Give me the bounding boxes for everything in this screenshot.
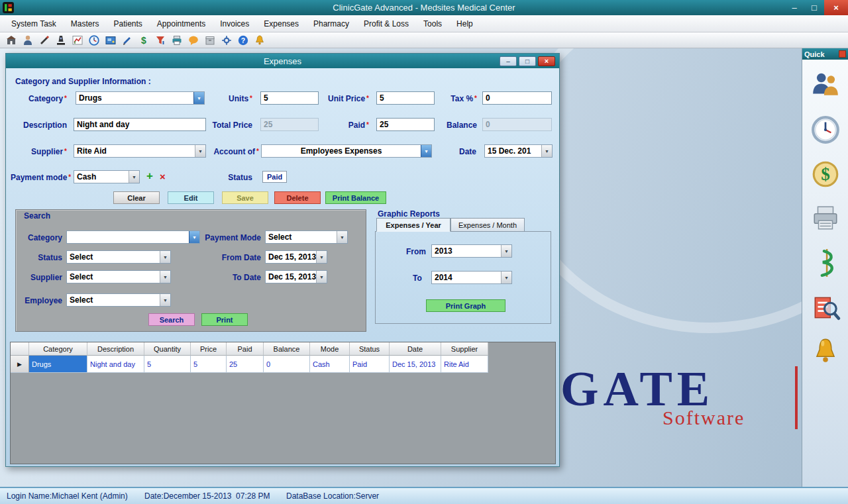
description-input[interactable] bbox=[74, 118, 206, 131]
graph-from-year-select[interactable]: 2013▼ bbox=[431, 244, 512, 258]
category-select[interactable]: Drugs▼ bbox=[76, 91, 205, 105]
archive-icon[interactable] bbox=[204, 34, 216, 46]
row-selector[interactable]: ▶ bbox=[11, 356, 29, 373]
menu-tools[interactable]: Tools bbox=[416, 17, 449, 31]
cell-description[interactable]: Night and day bbox=[87, 356, 144, 373]
paid-input[interactable] bbox=[376, 118, 435, 131]
pharmacy-icon[interactable] bbox=[810, 248, 841, 278]
payments-icon[interactable]: $ bbox=[810, 159, 841, 189]
expenses-titlebar[interactable]: Expenses – □ × bbox=[6, 54, 559, 68]
tab-expenses-month[interactable]: Expenses / Month bbox=[450, 218, 525, 232]
grid-col-description[interactable]: Description bbox=[87, 342, 144, 356]
menu-expenses[interactable]: Expenses bbox=[256, 17, 306, 31]
grid-col-mode[interactable]: Mode bbox=[310, 342, 350, 356]
menu-help[interactable]: Help bbox=[449, 17, 480, 31]
payment-mode-select[interactable]: Cash▼ bbox=[74, 170, 140, 183]
units-input[interactable] bbox=[260, 91, 319, 105]
search-status-select[interactable]: Select▼ bbox=[66, 250, 171, 264]
clock-icon[interactable] bbox=[88, 34, 100, 46]
grid-col-quantity[interactable]: Quantity bbox=[144, 342, 191, 356]
search-supplier-select[interactable]: Select▼ bbox=[66, 270, 171, 283]
search-payment-mode-label: Payment Mode bbox=[197, 232, 261, 243]
clear-button[interactable]: Clear bbox=[113, 191, 160, 204]
grid-col-category[interactable]: Category bbox=[29, 342, 87, 356]
tax-input[interactable] bbox=[482, 91, 552, 105]
expenses-minimize-button[interactable]: – bbox=[500, 56, 517, 66]
clinic-icon[interactable] bbox=[5, 34, 17, 46]
search-print-button[interactable]: Print bbox=[201, 313, 248, 326]
prescription-icon[interactable] bbox=[38, 34, 50, 46]
account-of-select[interactable]: Employees Expenses▼ bbox=[261, 144, 432, 158]
print-icon[interactable] bbox=[171, 34, 183, 46]
cell-quantity[interactable]: 5 bbox=[144, 356, 191, 373]
save-button[interactable]: Save bbox=[222, 191, 268, 204]
billing-icon[interactable]: $ bbox=[138, 34, 150, 46]
date-select[interactable]: 15 Dec. 201▼ bbox=[484, 144, 553, 158]
graph-to-year-select[interactable]: 2014▼ bbox=[431, 271, 512, 284]
reports-search-icon[interactable] bbox=[810, 292, 841, 323]
grid-col-price[interactable]: Price bbox=[191, 342, 227, 356]
cell-category[interactable]: Drugs bbox=[29, 356, 87, 373]
cell-price[interactable]: 5 bbox=[191, 356, 227, 373]
add-payment-mode-icon[interactable]: + bbox=[146, 171, 153, 181]
search-button[interactable]: Search bbox=[148, 313, 195, 326]
patient-icon[interactable] bbox=[22, 34, 34, 46]
minimize-button[interactable]: – bbox=[784, 0, 804, 15]
edit-button[interactable]: Edit bbox=[168, 191, 214, 204]
search-employee-select[interactable]: Select▼ bbox=[66, 293, 171, 307]
delete-button[interactable]: Delete bbox=[274, 191, 321, 204]
staff-icon[interactable] bbox=[810, 70, 841, 101]
section-title: Category and Supplier Information : bbox=[15, 77, 151, 86]
grid-col-date[interactable]: Date bbox=[390, 342, 441, 356]
search-category-select[interactable]: ▼ bbox=[66, 230, 200, 244]
supplier-select[interactable]: Rite Aid▼ bbox=[74, 144, 206, 158]
cell-balance[interactable]: 0 bbox=[264, 356, 310, 373]
settings-icon[interactable] bbox=[221, 34, 233, 46]
search-payment-mode-select[interactable]: Select▼ bbox=[265, 230, 348, 244]
chat-icon[interactable] bbox=[187, 34, 199, 46]
search-from-date-select[interactable]: Dec 15, 2013▼ bbox=[265, 250, 327, 264]
menu-masters[interactable]: Masters bbox=[64, 17, 107, 31]
svg-text:?: ? bbox=[241, 36, 245, 44]
quick-panel-pin-button[interactable] bbox=[839, 50, 846, 58]
notifications-bell-icon[interactable] bbox=[810, 336, 841, 367]
menu-patients[interactable]: Patients bbox=[107, 17, 150, 31]
map-icon[interactable] bbox=[105, 34, 117, 46]
help-icon[interactable]: ? bbox=[237, 34, 249, 46]
close-button[interactable]: × bbox=[824, 0, 848, 15]
table-row[interactable]: ▶ Drugs Night and day 5 5 25 0 Cash Paid… bbox=[11, 356, 555, 373]
search-to-date-select[interactable]: Dec 15, 2013▼ bbox=[265, 270, 327, 283]
clock-icon[interactable] bbox=[810, 115, 841, 145]
cell-status[interactable]: Paid bbox=[350, 356, 390, 373]
lab-icon[interactable] bbox=[55, 34, 67, 46]
printer-icon[interactable] bbox=[810, 203, 841, 234]
grid-col-paid[interactable]: Paid bbox=[227, 342, 264, 356]
expenses-maximize-button[interactable]: □ bbox=[519, 56, 536, 66]
edit-icon[interactable] bbox=[121, 34, 133, 46]
menu-invoices[interactable]: Invoices bbox=[213, 17, 256, 31]
unit-price-input[interactable] bbox=[376, 91, 435, 105]
cell-supplier[interactable]: Rite Aid bbox=[441, 356, 488, 373]
grid-col-supplier[interactable]: Supplier bbox=[441, 342, 488, 356]
print-balance-button[interactable]: Print Balance bbox=[325, 191, 386, 204]
grid-col-balance[interactable]: Balance bbox=[264, 342, 310, 356]
tab-expenses-year[interactable]: Expenses / Year bbox=[376, 218, 450, 232]
menu-system-task[interactable]: System Task bbox=[4, 17, 64, 31]
maximize-button[interactable]: □ bbox=[804, 0, 824, 15]
unit-price-label: Unit Price bbox=[317, 93, 369, 104]
menu-profit-loss[interactable]: Profit & Loss bbox=[356, 17, 416, 31]
reminder-icon[interactable] bbox=[254, 34, 266, 46]
expenses-close-button[interactable]: × bbox=[538, 56, 555, 66]
cell-date[interactable]: Dec 15, 2013 bbox=[390, 356, 441, 373]
chart-icon[interactable] bbox=[72, 34, 83, 46]
delete-payment-mode-icon[interactable]: × bbox=[160, 172, 166, 182]
graphic-reports-title: Graphic Reports bbox=[378, 209, 440, 219]
grid-col-status[interactable]: Status bbox=[350, 342, 390, 356]
print-graph-button[interactable]: Print Graph bbox=[426, 299, 505, 312]
menu-appointments[interactable]: Appointments bbox=[150, 17, 213, 31]
cell-mode[interactable]: Cash bbox=[310, 356, 350, 373]
cell-paid[interactable]: 25 bbox=[227, 356, 264, 373]
menu-pharmacy[interactable]: Pharmacy bbox=[306, 17, 356, 31]
svg-text:$: $ bbox=[141, 34, 146, 45]
filter-icon[interactable] bbox=[154, 34, 166, 46]
